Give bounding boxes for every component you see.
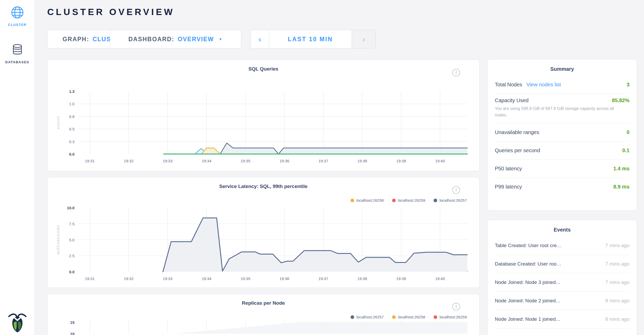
- y-axis-unit-label: milliseconds: [56, 225, 60, 255]
- series-navy-area: [220, 143, 468, 154]
- x-tick-label: 19:39: [396, 159, 406, 163]
- chart-title: Service Latency: SQL, 99th percentile: [47, 184, 479, 189]
- summary-panel: Summary Total NodesView nodes list3Capac…: [487, 59, 637, 211]
- event-row: Database Created: User roo…7 mins ago: [495, 255, 629, 273]
- event-row: Node Joined: Node 1 joined…8 mins ago: [495, 310, 629, 329]
- legend-dot-icon: [351, 315, 354, 319]
- view-nodes-list-link[interactable]: View nodes list: [526, 82, 561, 88]
- legend-dot-icon: [392, 315, 396, 319]
- chart-legend: localhost:26258localhost:26259localhost:…: [351, 198, 467, 203]
- cluster-overview-page: CLUSTER DATABASES CLUSTER: [0, 0, 644, 335]
- y-tick-label: 5.0: [69, 238, 74, 242]
- y-tick-label: 0.0: [69, 270, 74, 274]
- y-axis-unit-label: count: [56, 116, 60, 129]
- series-area-area: [175, 322, 467, 334]
- summary-row-label: P99 latency: [495, 184, 522, 190]
- time-range-selector: ‹ LAST 10 MIN ›: [251, 30, 376, 48]
- legend-label: localhost:26258: [398, 315, 425, 319]
- y-tick-label: 10: [70, 332, 74, 335]
- summary-row-label: Unavailable ranges: [495, 129, 539, 135]
- time-range-next-button[interactable]: ›: [352, 30, 375, 48]
- events-list: Table Created: User root cre…7 mins agoD…: [488, 236, 637, 329]
- replicas-per-node-chart[interactable]: 19:3119:3219:3319:3419:3519:3619:3719:38…: [47, 320, 479, 335]
- summary-row: P99 latency8.9 ms: [495, 178, 629, 196]
- summary-row: Unavailable ranges0: [495, 123, 629, 142]
- sql-queries-card: SQL Queries ! 19:3119:3219:3319:3419:351…: [47, 60, 479, 171]
- x-tick-label: 19:31: [85, 276, 95, 281]
- x-tick-label: 19:39: [396, 276, 406, 281]
- cockroach-logo[interactable]: [0, 312, 35, 334]
- events-title: Events: [488, 220, 637, 233]
- legend-item: localhost:26259: [434, 315, 467, 319]
- legend-label: localhost:26257: [440, 198, 467, 203]
- info-icon[interactable]: !: [452, 186, 460, 194]
- y-tick-label: 7.5: [69, 222, 74, 226]
- event-text: Node Joined: Node 3 joined…: [495, 280, 561, 285]
- summary-row-label: Capacity Used: [495, 97, 529, 103]
- event-time: 8 mins ago: [600, 298, 629, 304]
- info-icon[interactable]: !: [452, 303, 460, 311]
- info-icon[interactable]: !: [452, 69, 460, 76]
- chevron-left-icon: ‹: [258, 34, 261, 44]
- database-icon: [11, 44, 24, 57]
- time-range-prev-button[interactable]: ‹: [251, 30, 269, 48]
- service-latency-chart[interactable]: 19:3119:3219:3319:3419:3519:3619:3719:38…: [47, 203, 479, 287]
- summary-row-value: 1.4 ms: [613, 166, 629, 172]
- summary-row-value: 0.1: [622, 148, 629, 153]
- legend-dot-icon: [392, 199, 396, 202]
- event-time: 8 mins ago: [600, 316, 629, 322]
- summary-row: Capacity Used85.82%You are using 598.9 G…: [495, 94, 629, 123]
- summary-row-value: 0: [627, 129, 629, 135]
- sidebar-item-cluster[interactable]: CLUSTER: [0, 6, 35, 27]
- chart-title: Replicas per Node: [47, 300, 479, 306]
- sidebar-item-label: DATABASES: [0, 60, 35, 64]
- x-tick-label: 19:36: [279, 159, 289, 163]
- summary-row-value: 85.82%: [612, 97, 629, 103]
- sidebar-item-databases[interactable]: DATABASES: [0, 44, 35, 64]
- summary-row-subtext: You are using 598.9 GiB of 697.9 GiB sto…: [495, 106, 617, 118]
- summary-row-label: Total Nodes: [495, 82, 522, 88]
- x-tick-label: 19:34: [202, 159, 211, 163]
- events-panel: Events Table Created: User root cre…7 mi…: [487, 220, 637, 335]
- sidebar-item-label: CLUSTER: [0, 23, 35, 27]
- x-tick-label: 19:38: [357, 159, 367, 163]
- cockroach-icon: [8, 312, 27, 333]
- globe-icon: [11, 6, 24, 19]
- summary-row: P50 latency1.4 ms: [495, 160, 629, 178]
- y-tick-label: 10.0: [67, 206, 74, 210]
- summary-row-value: 3: [627, 82, 629, 88]
- series-navy-area: [163, 218, 467, 272]
- sql-queries-chart[interactable]: 19:3119:3219:3319:3419:3519:3619:3719:38…: [47, 87, 479, 168]
- legend-item: localhost:26258: [392, 315, 425, 319]
- event-row: Node Joined: Node 2 joined…8 mins ago: [495, 292, 629, 310]
- legend-item: localhost:26258: [351, 198, 384, 203]
- event-text: Database Created: User roo…: [495, 261, 561, 267]
- graph-dropdown-prefix: GRAPH:: [63, 36, 89, 43]
- event-time: 7 mins ago: [600, 280, 629, 285]
- caret-down-icon: ▼: [218, 37, 223, 41]
- summary-rows: Total NodesView nodes list3Capacity Used…: [488, 76, 637, 196]
- dashboard-dropdown-value: OVERVIEW: [178, 36, 214, 43]
- dashboard-dropdown-prefix: DASHBOARD:: [128, 36, 174, 43]
- event-time: 7 mins ago: [600, 243, 629, 248]
- replicas-per-node-card: Replicas per Node ! localhost:26257local…: [47, 294, 479, 335]
- x-tick-label: 19:35: [241, 159, 250, 163]
- dashboard-dropdown[interactable]: DASHBOARD: OVERVIEW ▼: [110, 30, 241, 48]
- legend-item: localhost:26257: [434, 198, 467, 203]
- event-row: Node Joined: Node 3 joined…7 mins ago: [495, 273, 629, 292]
- event-text: Table Created: User root cre…: [495, 243, 562, 248]
- chevron-right-icon: ›: [362, 34, 365, 44]
- service-latency-card: Service Latency: SQL, 99th percentile ! …: [47, 177, 479, 288]
- legend-label: localhost:26259: [440, 315, 467, 319]
- x-tick-label: 19:36: [279, 276, 289, 281]
- event-row: Table Created: User root cre…7 mins ago: [495, 236, 629, 255]
- time-range-label[interactable]: LAST 10 MIN: [269, 30, 352, 48]
- legend-label: localhost:26258: [357, 198, 384, 203]
- legend-dot-icon: [434, 199, 437, 202]
- legend-label: localhost:26257: [357, 315, 384, 319]
- summary-row-label: Queries per second: [495, 148, 540, 153]
- x-tick-label: 19:37: [318, 159, 328, 163]
- x-tick-label: 19:40: [435, 159, 445, 163]
- y-tick-label: 0.0: [69, 152, 74, 156]
- y-tick-label: 15: [70, 320, 74, 325]
